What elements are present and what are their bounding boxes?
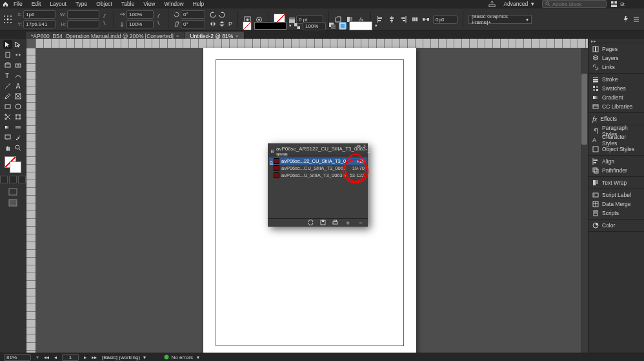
menu-edit[interactable]: Edit (27, 0, 46, 8)
scale-x-field[interactable]: 100% (126, 10, 154, 19)
gap-tool[interactable] (14, 50, 23, 59)
panel-effects[interactable]: fxEffects (589, 114, 644, 123)
panel-grip-icon[interactable]: ⠿ (270, 149, 274, 155)
menu-window[interactable]: Window (160, 0, 188, 8)
scissors-tool[interactable] (3, 112, 12, 121)
h-field[interactable] (67, 20, 99, 28)
remove-document-icon[interactable]: － (357, 218, 364, 227)
page-tool[interactable] (3, 50, 12, 59)
panel-stroke[interactable]: Stroke (589, 75, 644, 84)
panel-align[interactable]: Align (589, 157, 644, 166)
fill-color-field[interactable] (349, 21, 372, 30)
fit-content-icon[interactable] (339, 22, 347, 30)
menu-file[interactable]: File (9, 0, 27, 8)
panel-menu-icon[interactable] (632, 15, 640, 23)
pencil-tool[interactable] (3, 92, 12, 101)
dock-collapse-icon[interactable]: ▸▸ (591, 39, 596, 43)
ruler-origin[interactable] (26, 39, 36, 48)
direct-selection-tool[interactable] (14, 40, 23, 49)
eyedropper-tool[interactable] (14, 133, 23, 142)
vertical-ruler[interactable] (26, 48, 36, 353)
constrain-scale-icon[interactable] (157, 13, 163, 26)
book-document-row[interactable]: avP06sc...CU_StIIA_T3_0063-9999_II 19-70 (269, 165, 367, 172)
fill-stroke-proxy[interactable] (5, 156, 21, 173)
panel-data-merge[interactable]: Data Merge (589, 200, 644, 209)
quick-apply-icon[interactable] (622, 15, 630, 23)
apply-gradient-icon[interactable] (9, 176, 17, 183)
w-field[interactable] (67, 10, 99, 19)
stroke-style-field[interactable] (254, 22, 287, 30)
pen-tool[interactable] (14, 81, 23, 90)
y-field[interactable]: 17p6.941 (23, 20, 55, 28)
rotate-cw-icon[interactable] (218, 11, 226, 19)
stroke-color-swatch[interactable] (243, 21, 252, 30)
horizontal-ruler[interactable] (35, 39, 588, 48)
add-document-icon[interactable]: ＋ (345, 218, 351, 227)
flip-horizontal-icon[interactable] (209, 20, 217, 28)
panel-layers[interactable]: Layers (589, 54, 644, 63)
distribute-icon[interactable] (411, 15, 419, 23)
panel-color[interactable]: Color (589, 221, 644, 230)
preview-mode[interactable] (8, 198, 17, 207)
panel-menu-icon[interactable]: ≡ (367, 149, 370, 155)
book-document-row[interactable]: avP06sc...22_CU_StIIA_T3_0063-9999_I i-1… (269, 158, 367, 165)
gradient-feather-tool[interactable] (14, 123, 23, 132)
panel-links[interactable]: Links (589, 63, 644, 72)
panel-gradient[interactable]: Gradient (589, 93, 644, 102)
book-document-row[interactable]: avP06sc...U_StIIA_T3_0063-9999_III 53-12… (269, 172, 367, 179)
panel-pages[interactable]: Pages (589, 45, 644, 54)
opacity-field[interactable]: 100% (303, 22, 326, 30)
sync-styles-icon[interactable] (308, 220, 314, 227)
vertical-scrollbar[interactable] (581, 48, 588, 353)
gradient-swatch-tool[interactable] (3, 123, 12, 132)
save-book-icon[interactable] (320, 220, 326, 227)
panel-cc-libraries[interactable]: CC Libraries (589, 102, 644, 111)
scrollbar-thumb[interactable] (581, 74, 587, 145)
book-panel[interactable]: ◂▸ × ⠿avP06sc_ARS122_CU_StIIA_T3_0063-99… (268, 143, 368, 227)
zoom-tool[interactable] (14, 143, 23, 152)
publish-online-icon[interactable] (488, 1, 496, 8)
gap-field[interactable]: 0p0 (433, 15, 458, 24)
arrange-icon[interactable] (610, 1, 617, 7)
menu-object[interactable]: Object (92, 0, 117, 8)
master-applied[interactable]: [Basic] (working) ▾ (102, 355, 146, 360)
panel-pathfinder[interactable]: Pathfinder (589, 166, 644, 175)
apply-color-icon[interactable] (0, 176, 8, 183)
print-book-icon[interactable] (332, 220, 338, 227)
free-transform-tool[interactable] (14, 112, 23, 121)
flip-vertical-icon[interactable] (218, 20, 226, 28)
workspace-switcher[interactable]: Advanced ▾ (499, 1, 538, 7)
content-placer-tool[interactable] (14, 61, 23, 70)
menu-layout[interactable]: Layout (45, 0, 71, 8)
stock-search-input[interactable]: Adobe Stock (542, 0, 607, 8)
x-field[interactable]: 1p6 (23, 10, 55, 19)
stock-icon[interactable]: St (619, 1, 626, 7)
shear-field[interactable]: 0° (181, 20, 205, 28)
type-on-path-tool[interactable] (14, 71, 23, 80)
zoom-level-field[interactable]: 81% (4, 354, 31, 361)
rectangle-frame-tool[interactable] (14, 92, 23, 101)
page-prev-icon[interactable]: ◂◂ (44, 355, 49, 360)
selection-tool[interactable] (3, 40, 12, 49)
page-number-field[interactable]: 1 (62, 354, 79, 361)
rectangle-tool[interactable] (3, 102, 12, 111)
panel-character-styles[interactable]: ACharacter Styles (589, 136, 644, 145)
hand-tool[interactable] (3, 143, 12, 152)
align-center-icon[interactable] (388, 15, 396, 23)
menu-table[interactable]: Table (117, 0, 139, 8)
rotate-field[interactable]: 0° (181, 10, 205, 19)
app-home-icon[interactable] (1, 0, 9, 8)
apply-none-icon[interactable] (18, 176, 26, 183)
panel-script-label[interactable]: Script Label (589, 191, 644, 200)
ellipse-tool[interactable] (14, 102, 23, 111)
constrain-wh-icon[interactable] (103, 13, 108, 26)
close-icon[interactable]: × (176, 33, 179, 39)
close-icon[interactable]: × (236, 33, 239, 39)
normal-view-mode[interactable] (8, 187, 17, 196)
panel-scripts[interactable]: Scripts (589, 209, 644, 218)
menu-type[interactable]: Type (71, 0, 92, 8)
type-tool[interactable]: T (3, 71, 12, 80)
page-prev-one-icon[interactable]: ◂ (54, 355, 57, 360)
panel-text-wrap[interactable]: Text Wrap (589, 178, 644, 187)
note-tool[interactable] (3, 133, 12, 142)
